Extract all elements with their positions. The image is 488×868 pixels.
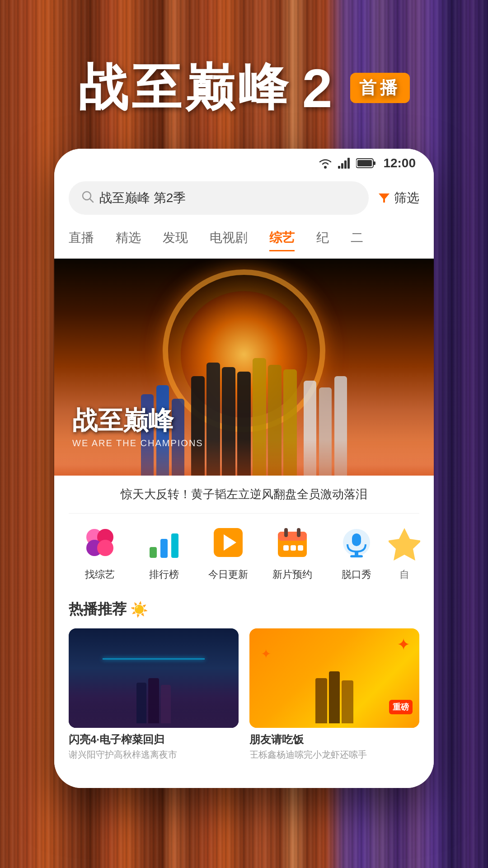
neon1	[103, 658, 205, 660]
filter-label[interactable]: 筛选	[394, 189, 419, 207]
filter-icon	[378, 192, 390, 204]
reserve-icon	[272, 523, 312, 562]
svg-rect-28	[352, 533, 361, 546]
ranking-icon	[144, 523, 184, 562]
cp3	[161, 685, 171, 723]
hot-card-1-desc: 谢兴阳守护高秋梓逃离夜市	[69, 749, 239, 761]
bottom-padding	[54, 770, 434, 788]
svg-rect-26	[298, 545, 303, 551]
hot-card-2-desc: 王栎鑫杨迪嗦完小龙虾还嗦手	[249, 749, 419, 761]
svg-rect-3	[344, 160, 347, 169]
svg-rect-21	[278, 532, 307, 541]
wifi-icon	[317, 157, 333, 170]
star-deco: ✦	[397, 635, 410, 654]
tab-selected[interactable]: 精选	[116, 226, 141, 251]
category-today[interactable]: 今日更新	[196, 523, 260, 581]
variety-icon	[80, 523, 120, 562]
svg-point-0	[324, 166, 327, 169]
self-icon	[389, 523, 420, 562]
tab-variety[interactable]: 综艺	[269, 226, 295, 251]
nav-tabs: 直播 精选 发现 电视剧 综艺 纪 二	[54, 222, 434, 259]
battery-icon	[356, 158, 376, 169]
status-time: 12:00	[383, 156, 416, 170]
hot-grid: 闪亮4·电子榨菜回归 谢兴阳守护高秋梓逃离夜市 ✦ ✦	[69, 628, 419, 761]
hot-card-1-title: 闪亮4·电子榨菜回归	[69, 732, 239, 747]
svg-rect-23	[297, 528, 300, 537]
category-reserve[interactable]: 新片预约	[260, 523, 324, 581]
cp6	[342, 680, 353, 723]
svg-rect-7	[357, 160, 372, 166]
hot-card-2-title: 朋友请吃饭	[249, 732, 419, 747]
hero-banner[interactable]: 战至巅峰 WE ARE THE CHAMPIONS	[54, 259, 434, 476]
svg-rect-22	[284, 528, 288, 537]
svg-rect-1	[338, 166, 340, 169]
svg-rect-30	[350, 555, 363, 557]
self-label: 自	[399, 568, 409, 581]
svg-rect-15	[150, 547, 157, 558]
svg-point-14	[97, 540, 113, 556]
cp5	[329, 671, 340, 723]
tab-doc[interactable]: 纪	[316, 226, 329, 251]
today-icon	[208, 523, 248, 562]
svg-rect-17	[171, 533, 178, 558]
page-bottom	[0, 788, 488, 824]
hot-card-1[interactable]: 闪亮4·电子榨菜回归 谢兴阳守护高秋梓逃离夜市	[69, 628, 239, 761]
today-label: 今日更新	[208, 568, 248, 581]
category-variety[interactable]: 找综艺	[68, 523, 132, 581]
reserve-label: 新片预约	[272, 568, 312, 581]
status-icons	[317, 157, 376, 170]
category-self[interactable]: 自	[389, 523, 420, 581]
banner-subtitle: 惊天大反转！黄子韬左立逆风翻盘全员激动落泪	[54, 476, 434, 513]
hero-section: 战至巅峰 2 首播	[0, 0, 488, 149]
sun-icon: ☀️	[130, 601, 148, 618]
svg-rect-4	[347, 158, 350, 169]
banner-title-cn: 战至巅峰	[72, 404, 203, 438]
hot-card-2[interactable]: ✦ ✦ 重磅 朋友请吃饭 王栎鑫杨迪嗦完小龙虾还嗦手	[249, 628, 419, 761]
signal-icon	[338, 157, 352, 170]
svg-rect-24	[283, 545, 289, 551]
talkshow-icon	[337, 523, 376, 562]
category-ranking[interactable]: 排行榜	[132, 523, 196, 581]
tab-more[interactable]: 二	[351, 226, 363, 251]
banner-title: 战至巅峰 WE ARE THE CHAMPIONS	[72, 404, 203, 448]
cp2	[148, 678, 159, 723]
svg-rect-16	[160, 539, 168, 558]
search-bar-container: 战至巅峰 第2季 筛选	[54, 174, 434, 222]
svg-marker-31	[389, 528, 420, 561]
tab-live[interactable]: 直播	[69, 226, 94, 251]
filter-button[interactable]: 筛选	[378, 189, 419, 207]
star-deco2: ✦	[261, 646, 271, 661]
tab-discover[interactable]: 发现	[163, 226, 188, 251]
search-bar[interactable]: 战至巅峰 第2季	[69, 181, 369, 215]
hero-badge: 首播	[350, 73, 410, 103]
cp4	[315, 678, 327, 723]
hero-title-cn: 战至巅峰	[78, 54, 291, 122]
hot-title: 热播推荐 ☀️	[69, 599, 419, 619]
tab-drama[interactable]: 电视剧	[210, 226, 248, 251]
search-icon	[81, 190, 94, 206]
svg-rect-25	[291, 545, 296, 551]
svg-rect-6	[373, 161, 375, 165]
banner-title-en: WE ARE THE CHAMPIONS	[72, 438, 203, 448]
category-row: 找综艺 排行榜 今日更新	[54, 514, 434, 590]
hot-card-2-thumb: ✦ ✦ 重磅	[249, 628, 419, 728]
hero-title: 战至巅峰 2 首播	[78, 54, 410, 122]
svg-rect-2	[341, 163, 343, 169]
status-bar: 12:00	[54, 149, 434, 174]
talkshow-label: 脱口秀	[342, 568, 371, 581]
search-input-value[interactable]: 战至巅峰 第2季	[99, 189, 186, 207]
svg-marker-10	[379, 193, 389, 203]
card1-people	[69, 678, 239, 723]
card2-badge: 重磅	[389, 700, 413, 714]
svg-line-9	[90, 199, 93, 202]
hero-title-num: 2	[302, 57, 336, 119]
hot-title-text: 热播推荐	[69, 599, 127, 619]
variety-label: 找综艺	[85, 568, 115, 581]
hot-card-1-thumb	[69, 628, 239, 728]
ranking-label: 排行榜	[149, 568, 179, 581]
phone-mockup: 12:00 战至巅峰 第2季 筛选 直播 精选 发现 电视剧 综艺 纪 二	[54, 149, 434, 788]
cp1	[136, 683, 146, 723]
card2-people	[249, 671, 419, 723]
category-talkshow[interactable]: 脱口秀	[324, 523, 389, 581]
hot-section: 热播推荐 ☀️ 闪亮4·电子榨菜回	[54, 590, 434, 770]
